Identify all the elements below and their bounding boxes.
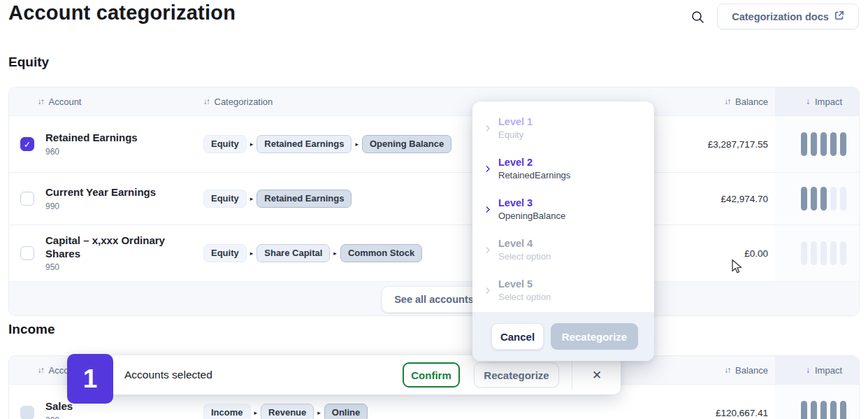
sort-desc-icon: ↓ bbox=[806, 97, 810, 106]
table-row: ✓ Retained Earnings 960 Equity ▸ Retaine… bbox=[9, 115, 859, 172]
level-5-option[interactable]: Level 5 Select option bbox=[472, 270, 654, 311]
section-title-equity: Equity bbox=[8, 55, 49, 70]
account-categorization-page: Account categorization Categorization do… bbox=[0, 0, 868, 419]
check-icon: ✓ bbox=[24, 139, 31, 150]
cancel-button[interactable]: Cancel bbox=[491, 323, 544, 350]
table-row: ✓ Current Year Earnings 990 Equity ▸ Ret… bbox=[9, 172, 859, 225]
category-chip: Opening Balance bbox=[362, 135, 451, 154]
chevron-right-icon bbox=[484, 125, 491, 132]
column-header-impact[interactable]: ↓ Impact bbox=[775, 356, 859, 384]
recategorize-button-disabled[interactable]: Recategorize bbox=[551, 323, 638, 350]
account-name: Capital – x,xxx Ordinary Shares bbox=[45, 234, 203, 261]
level-label: Level 2 bbox=[498, 157, 570, 168]
column-header-balance[interactable]: ↓↑ Balance bbox=[607, 365, 775, 376]
level-value: Select option bbox=[498, 251, 551, 262]
account-name: Sales bbox=[45, 400, 203, 413]
chip-separator-icon: ▸ bbox=[250, 250, 254, 257]
divider bbox=[572, 360, 572, 390]
level-value: OpeningBalance bbox=[498, 211, 565, 221]
column-label: Impact bbox=[815, 97, 842, 107]
table-footer: See all accounts bbox=[9, 281, 859, 316]
impact-meter bbox=[775, 116, 859, 172]
recategorize-button[interactable]: Recategorize bbox=[474, 362, 559, 388]
chip-separator-icon: ▸ bbox=[355, 141, 359, 148]
chevron-right-icon bbox=[484, 287, 491, 294]
table-header: ↓↑ Account ↓↑ Categorization ↓↑ Balance … bbox=[9, 87, 859, 115]
chip-separator-icon: ▸ bbox=[250, 141, 254, 148]
column-label: Balance bbox=[735, 365, 768, 376]
chip-separator-icon: ▸ bbox=[333, 250, 337, 257]
popup-footer: Cancel Recategorize bbox=[472, 312, 654, 361]
row-checkbox[interactable]: ✓ bbox=[20, 246, 34, 260]
level-value: RetainedEarnings bbox=[498, 170, 570, 180]
account-code: 960 bbox=[45, 147, 203, 157]
sort-desc-icon: ↓ bbox=[806, 365, 810, 375]
column-header-account[interactable]: ↓↑ Account bbox=[38, 97, 203, 107]
selected-count-badge: 1 bbox=[67, 354, 113, 404]
balance-value: £120,667.41 bbox=[607, 408, 775, 418]
column-label: Account bbox=[49, 97, 82, 107]
level-4-option[interactable]: Level 4 Select option bbox=[472, 229, 654, 270]
column-header-impact[interactable]: ↓ Impact bbox=[775, 87, 859, 115]
account-name: Retained Earnings bbox=[45, 132, 203, 145]
equity-table: ↓↑ Account ↓↑ Categorization ↓↑ Balance … bbox=[8, 87, 860, 316]
page-title: Account categorization bbox=[8, 1, 236, 24]
section-title-income: Income bbox=[8, 322, 55, 337]
chip-separator-icon: ▸ bbox=[254, 409, 258, 416]
impact-meter bbox=[775, 225, 859, 281]
sort-icon: ↓↑ bbox=[725, 97, 731, 106]
table-row: ✓ Capital – x,xxx Ordinary Shares 950 Eq… bbox=[9, 225, 859, 281]
chip-separator-icon: ▸ bbox=[317, 409, 321, 416]
sort-icon: ↓↑ bbox=[38, 366, 44, 374]
see-all-accounts-button[interactable]: See all accounts bbox=[382, 286, 486, 313]
category-chip: Retained Earnings bbox=[256, 135, 352, 154]
level-2-option[interactable]: Level 2 RetainedEarnings bbox=[472, 148, 654, 189]
level-label: Level 3 bbox=[498, 197, 565, 208]
account-name: Current Year Earnings bbox=[45, 186, 203, 199]
search-icon[interactable] bbox=[689, 8, 706, 25]
docs-button-label: Categorization docs bbox=[732, 11, 829, 22]
impact-meter bbox=[775, 385, 859, 419]
chip-separator-icon: ▸ bbox=[250, 195, 254, 202]
category-chip: Online bbox=[324, 404, 368, 419]
category-chip: Equity bbox=[203, 244, 247, 263]
category-chip: Retained Earnings bbox=[256, 190, 352, 208]
categorization-docs-button[interactable]: Categorization docs bbox=[717, 3, 859, 29]
level-label: Level 5 bbox=[498, 278, 551, 290]
level-value: Select option bbox=[498, 292, 551, 302]
category-chip: Equity bbox=[203, 190, 247, 208]
category-chip: Common Stock bbox=[340, 244, 422, 263]
column-label: Categorization bbox=[215, 97, 273, 107]
sort-icon: ↓↑ bbox=[725, 366, 731, 374]
recategorize-popup: Level 1 Equity Level 2 RetainedEarnings … bbox=[472, 101, 654, 361]
chevron-right-icon bbox=[484, 246, 491, 253]
chevron-right-icon bbox=[484, 206, 491, 213]
category-chip: Revenue bbox=[261, 404, 314, 419]
row-checkbox[interactable]: ✓ bbox=[20, 192, 34, 206]
row-checkbox[interactable]: ✓ bbox=[20, 137, 34, 151]
sort-icon: ↓↑ bbox=[203, 97, 210, 106]
selection-bar-label: Accounts selected bbox=[124, 355, 212, 395]
category-chip: Share Capital bbox=[256, 244, 330, 263]
selection-bar: 1 Accounts selected Confirm Recategorize… bbox=[67, 355, 621, 395]
level-value: Equity bbox=[498, 129, 533, 140]
level-3-option[interactable]: Level 3 OpeningBalance bbox=[472, 189, 654, 229]
confirm-button[interactable]: Confirm bbox=[403, 362, 460, 388]
column-label: Balance bbox=[735, 97, 768, 107]
row-checkbox[interactable]: ✓ bbox=[20, 406, 34, 419]
external-link-icon bbox=[834, 10, 844, 22]
account-code: 950 bbox=[45, 262, 203, 272]
level-1-option: Level 1 Equity bbox=[472, 108, 654, 148]
category-chip: Equity bbox=[203, 135, 247, 154]
column-label: Impact bbox=[815, 365, 842, 376]
account-code: 200 bbox=[45, 416, 203, 419]
chevron-right-icon bbox=[484, 165, 491, 172]
level-label: Level 4 bbox=[498, 238, 551, 249]
impact-meter bbox=[775, 173, 859, 225]
close-icon[interactable]: ✕ bbox=[584, 364, 609, 386]
level-label: Level 1 bbox=[498, 116, 533, 127]
category-chip: Income bbox=[203, 404, 251, 419]
sort-icon: ↓↑ bbox=[38, 97, 44, 106]
account-code: 990 bbox=[45, 201, 203, 211]
